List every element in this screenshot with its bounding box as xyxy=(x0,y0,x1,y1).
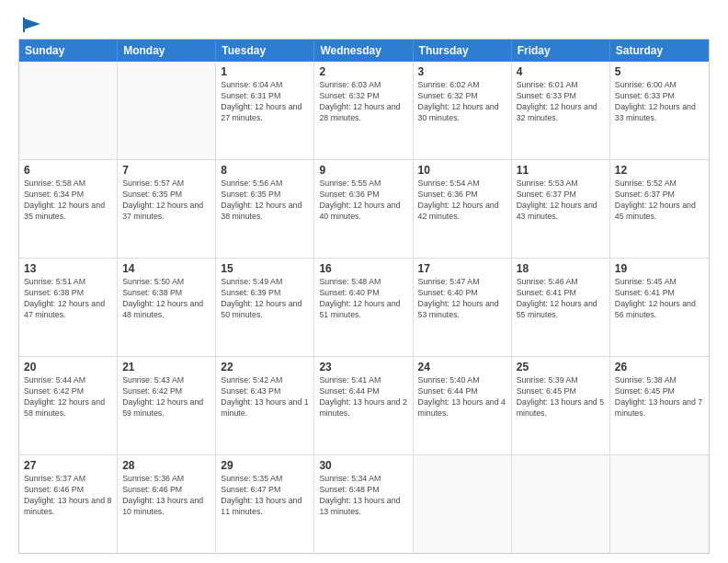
day-number: 19 xyxy=(615,262,704,275)
header-day-wednesday: Wednesday xyxy=(314,40,413,62)
day-detail: Sunrise: 5:39 AMSunset: 6:45 PMDaylight:… xyxy=(517,375,605,419)
day-number: 25 xyxy=(517,361,605,373)
day-detail: Sunrise: 5:47 AMSunset: 6:40 PMDaylight:… xyxy=(418,277,506,321)
day-number: 4 xyxy=(517,65,605,78)
day-number: 18 xyxy=(517,262,605,275)
calendar-cell: 24Sunrise: 5:40 AMSunset: 6:44 PMDayligh… xyxy=(414,357,512,454)
day-number: 13 xyxy=(24,262,112,275)
day-detail: Sunrise: 5:52 AMSunset: 6:37 PMDaylight:… xyxy=(615,178,704,223)
header-day-friday: Friday xyxy=(512,40,610,62)
day-detail: Sunrise: 5:45 AMSunset: 6:41 PMDaylight:… xyxy=(615,277,704,321)
day-detail: Sunrise: 5:42 AMSunset: 6:43 PMDaylight:… xyxy=(221,375,309,419)
calendar-cell: 30Sunrise: 5:34 AMSunset: 6:48 PMDayligh… xyxy=(314,455,413,553)
calendar-cell xyxy=(414,455,512,553)
day-number: 6 xyxy=(24,164,112,177)
page-header xyxy=(18,17,710,29)
day-detail: Sunrise: 6:02 AMSunset: 6:32 PMDaylight:… xyxy=(418,80,506,124)
day-number: 9 xyxy=(319,164,407,177)
day-detail: Sunrise: 5:48 AMSunset: 6:40 PMDaylight:… xyxy=(319,277,407,321)
day-detail: Sunrise: 6:03 AMSunset: 6:32 PMDaylight:… xyxy=(319,80,407,124)
day-detail: Sunrise: 5:40 AMSunset: 6:44 PMDaylight:… xyxy=(418,375,506,419)
calendar-cell: 3Sunrise: 6:02 AMSunset: 6:32 PMDaylight… xyxy=(414,62,512,159)
day-number: 20 xyxy=(24,361,112,373)
calendar-cell: 12Sunrise: 5:52 AMSunset: 6:37 PMDayligh… xyxy=(610,160,709,258)
calendar-cell: 13Sunrise: 5:51 AMSunset: 6:38 PMDayligh… xyxy=(19,259,118,356)
header-day-monday: Monday xyxy=(118,40,216,62)
day-number: 12 xyxy=(615,164,704,177)
day-number: 8 xyxy=(221,164,309,177)
day-number: 2 xyxy=(319,65,407,78)
day-detail: Sunrise: 5:38 AMSunset: 6:45 PMDaylight:… xyxy=(615,375,704,419)
calendar-cell xyxy=(118,62,216,159)
day-detail: Sunrise: 5:43 AMSunset: 6:42 PMDaylight:… xyxy=(122,375,210,419)
day-detail: Sunrise: 5:55 AMSunset: 6:36 PMDaylight:… xyxy=(319,178,407,223)
day-detail: Sunrise: 6:00 AMSunset: 6:33 PMDaylight:… xyxy=(615,80,704,124)
header-day-saturday: Saturday xyxy=(610,40,709,62)
header-day-thursday: Thursday xyxy=(414,40,512,62)
calendar-cell: 17Sunrise: 5:47 AMSunset: 6:40 PMDayligh… xyxy=(414,259,512,356)
calendar-cell: 10Sunrise: 5:54 AMSunset: 6:36 PMDayligh… xyxy=(414,160,512,258)
svg-marker-0 xyxy=(24,18,40,29)
day-number: 24 xyxy=(418,361,506,373)
calendar-cell: 23Sunrise: 5:41 AMSunset: 6:44 PMDayligh… xyxy=(314,357,413,454)
day-detail: Sunrise: 5:57 AMSunset: 6:35 PMDaylight:… xyxy=(122,178,210,223)
calendar-cell: 29Sunrise: 5:35 AMSunset: 6:47 PMDayligh… xyxy=(216,455,314,553)
calendar-cell: 22Sunrise: 5:42 AMSunset: 6:43 PMDayligh… xyxy=(216,357,314,454)
calendar-cell: 6Sunrise: 5:58 AMSunset: 6:34 PMDaylight… xyxy=(19,160,118,258)
day-detail: Sunrise: 5:34 AMSunset: 6:48 PMDaylight:… xyxy=(319,474,407,518)
day-number: 5 xyxy=(615,65,704,78)
day-detail: Sunrise: 5:58 AMSunset: 6:34 PMDaylight:… xyxy=(24,178,112,223)
day-detail: Sunrise: 5:53 AMSunset: 6:37 PMDaylight:… xyxy=(517,178,605,223)
day-number: 10 xyxy=(418,164,506,177)
calendar-cell: 5Sunrise: 6:00 AMSunset: 6:33 PMDaylight… xyxy=(610,62,709,159)
svg-rect-1 xyxy=(23,17,25,32)
day-number: 17 xyxy=(418,262,506,275)
calendar-cell: 11Sunrise: 5:53 AMSunset: 6:37 PMDayligh… xyxy=(512,160,610,258)
day-number: 23 xyxy=(319,361,407,373)
day-detail: Sunrise: 5:41 AMSunset: 6:44 PMDaylight:… xyxy=(319,375,407,419)
calendar-row-5: 27Sunrise: 5:37 AMSunset: 6:46 PMDayligh… xyxy=(19,455,709,553)
calendar-cell: 28Sunrise: 5:36 AMSunset: 6:46 PMDayligh… xyxy=(118,455,216,553)
day-detail: Sunrise: 5:56 AMSunset: 6:35 PMDaylight:… xyxy=(221,178,309,223)
calendar-cell: 2Sunrise: 6:03 AMSunset: 6:32 PMDaylight… xyxy=(314,62,413,159)
day-number: 26 xyxy=(615,361,704,373)
calendar-cell xyxy=(610,455,709,553)
calendar-cell: 21Sunrise: 5:43 AMSunset: 6:42 PMDayligh… xyxy=(118,357,216,454)
calendar-cell: 15Sunrise: 5:49 AMSunset: 6:39 PMDayligh… xyxy=(216,259,314,356)
day-number: 15 xyxy=(221,262,309,275)
header-day-tuesday: Tuesday xyxy=(216,40,314,62)
calendar: SundayMondayTuesdayWednesdayThursdayFrid… xyxy=(18,39,710,554)
day-detail: Sunrise: 5:54 AMSunset: 6:36 PMDaylight:… xyxy=(418,178,506,223)
day-number: 28 xyxy=(122,459,210,472)
day-detail: Sunrise: 5:35 AMSunset: 6:47 PMDaylight:… xyxy=(221,474,309,518)
day-number: 3 xyxy=(418,65,506,78)
calendar-cell xyxy=(19,62,118,159)
calendar-cell: 8Sunrise: 5:56 AMSunset: 6:35 PMDaylight… xyxy=(216,160,314,258)
day-detail: Sunrise: 5:36 AMSunset: 6:46 PMDaylight:… xyxy=(122,474,210,518)
day-number: 1 xyxy=(221,65,309,78)
day-number: 14 xyxy=(122,262,210,275)
day-number: 29 xyxy=(221,459,309,472)
day-detail: Sunrise: 6:01 AMSunset: 6:33 PMDaylight:… xyxy=(517,80,605,124)
calendar-cell: 1Sunrise: 6:04 AMSunset: 6:31 PMDaylight… xyxy=(216,62,314,159)
day-detail: Sunrise: 6:04 AMSunset: 6:31 PMDaylight:… xyxy=(221,80,309,124)
calendar-row-3: 13Sunrise: 5:51 AMSunset: 6:38 PMDayligh… xyxy=(19,259,709,357)
calendar-cell xyxy=(512,455,610,553)
calendar-cell: 7Sunrise: 5:57 AMSunset: 6:35 PMDaylight… xyxy=(118,160,216,258)
calendar-cell: 20Sunrise: 5:44 AMSunset: 6:42 PMDayligh… xyxy=(19,357,118,454)
calendar-cell: 25Sunrise: 5:39 AMSunset: 6:45 PMDayligh… xyxy=(512,357,610,454)
calendar-cell: 27Sunrise: 5:37 AMSunset: 6:46 PMDayligh… xyxy=(19,455,118,553)
day-detail: Sunrise: 5:46 AMSunset: 6:41 PMDaylight:… xyxy=(517,277,605,321)
calendar-row-1: 1Sunrise: 6:04 AMSunset: 6:31 PMDaylight… xyxy=(19,62,709,160)
day-detail: Sunrise: 5:51 AMSunset: 6:38 PMDaylight:… xyxy=(24,277,112,321)
logo-flag-icon xyxy=(22,17,42,33)
calendar-cell: 4Sunrise: 6:01 AMSunset: 6:33 PMDaylight… xyxy=(512,62,610,159)
day-detail: Sunrise: 5:49 AMSunset: 6:39 PMDaylight:… xyxy=(221,277,309,321)
calendar-cell: 9Sunrise: 5:55 AMSunset: 6:36 PMDaylight… xyxy=(314,160,413,258)
day-number: 27 xyxy=(24,459,112,472)
calendar-cell: 19Sunrise: 5:45 AMSunset: 6:41 PMDayligh… xyxy=(610,259,709,356)
calendar-row-2: 6Sunrise: 5:58 AMSunset: 6:34 PMDaylight… xyxy=(19,160,709,259)
calendar-header: SundayMondayTuesdayWednesdayThursdayFrid… xyxy=(19,40,709,62)
day-number: 16 xyxy=(319,262,407,275)
day-detail: Sunrise: 5:37 AMSunset: 6:46 PMDaylight:… xyxy=(24,474,112,518)
